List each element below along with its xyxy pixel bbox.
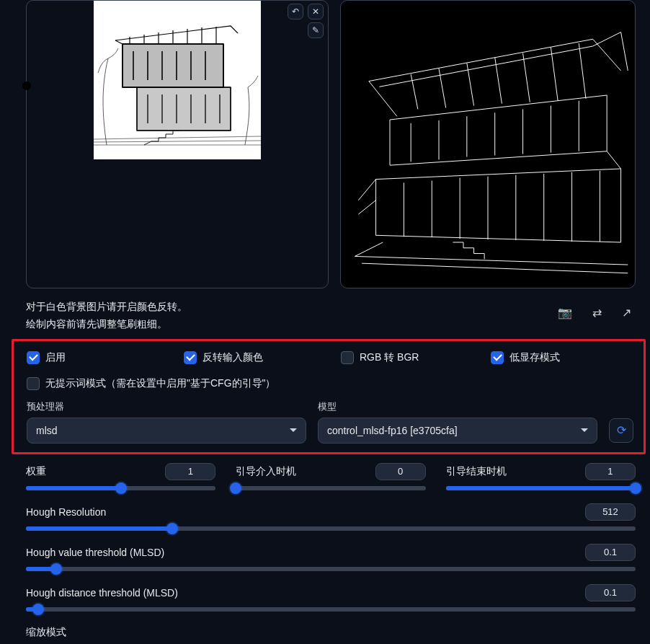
- no-prompt-label: 无提示词模式（需在设置中启用"基于CFG的引导"）: [45, 377, 276, 390]
- scale-mode-label: 缩放模式: [0, 625, 650, 639]
- camera-icon[interactable]: 📷: [558, 306, 572, 319]
- svg-rect-4: [137, 87, 231, 131]
- svg-line-46: [390, 151, 607, 165]
- preprocessed-image-panel[interactable]: [340, 0, 636, 288]
- svg-line-35: [379, 46, 592, 87]
- model-label: 模型: [318, 400, 597, 413]
- checkbox-invert[interactable]: 反转输入颜色: [184, 351, 321, 364]
- svg-line-34: [369, 39, 593, 81]
- slider-thumb[interactable]: [630, 482, 641, 494]
- svg-line-71: [593, 32, 621, 46]
- preprocessor-label: 预处理器: [27, 400, 306, 413]
- guide-end-slider: 引导结束时机 1: [446, 463, 636, 490]
- hough-dist-track[interactable]: [26, 607, 636, 612]
- caption-line-1: 对于白色背景图片请开启颜色反转。: [26, 299, 187, 316]
- model-field: 模型 control_mlsd-fp16 [e3705cfa]: [318, 400, 597, 444]
- slider-thumb[interactable]: [115, 482, 127, 494]
- guide-end-value[interactable]: 1: [585, 463, 636, 480]
- guide-end-track[interactable]: [446, 486, 636, 490]
- refresh-icon: ⟳: [617, 423, 626, 437]
- slider-thumb[interactable]: [230, 482, 241, 494]
- checkbox-low-vram[interactable]: 低显存模式: [491, 351, 592, 364]
- svg-line-44: [579, 43, 586, 99]
- preprocessor-select[interactable]: mlsd: [27, 418, 306, 444]
- enable-label: 启用: [45, 351, 66, 364]
- slider-thumb[interactable]: [50, 563, 62, 575]
- hough-dist-label: Hough distance threshold (MLSD): [26, 587, 178, 599]
- guide-start-label: 引导介入时机: [236, 465, 296, 478]
- checkbox-enable[interactable]: 启用: [27, 351, 164, 364]
- svg-line-70: [355, 242, 383, 256]
- invert-check-icon[interactable]: [184, 351, 197, 364]
- refresh-model-button[interactable]: ⟳: [609, 418, 633, 443]
- caption-tools: 📷 ⇄ ↗: [558, 299, 636, 319]
- low-vram-label: 低显存模式: [509, 351, 560, 364]
- checkbox-rgb-bgr[interactable]: RGB 转 BGR: [341, 351, 471, 364]
- hough-res-label: Hough Resolution: [26, 506, 106, 518]
- rgb-bgr-label: RGB 转 BGR: [360, 351, 419, 364]
- checkbox-no-prompt[interactable]: 无提示词模式（需在设置中启用"基于CFG的引导"）: [27, 377, 276, 390]
- hough-val-slider: Hough value threshold (MLSD) 0.1: [26, 544, 636, 571]
- guide-start-track[interactable]: [236, 486, 425, 490]
- selector-row: 预处理器 mlsd 模型 control_mlsd-fp16 [e3705cfa…: [27, 400, 633, 444]
- settings-highlight-box: 启用 反转输入颜色 RGB 转 BGR 低显存模式 无提示词模式（需在设置中启用…: [12, 339, 646, 454]
- caption-line-2: 绘制内容前请先调整笔刷粗细。: [26, 316, 187, 333]
- input-image[interactable]: [94, 1, 261, 159]
- guide-start-slider: 引导介入时机 0: [236, 463, 425, 490]
- slider-thumb[interactable]: [166, 523, 178, 534]
- invert-label: 反转输入颜色: [202, 351, 263, 364]
- panel-icon-row: ↶ ✕: [288, 4, 324, 19]
- rgb-bgr-check-icon[interactable]: [341, 351, 354, 364]
- lineart-output: [341, 1, 635, 288]
- weight-value[interactable]: 1: [165, 463, 215, 480]
- weight-track[interactable]: [26, 486, 215, 490]
- svg-line-74: [358, 200, 375, 214]
- input-image-panel[interactable]: ↶ ✕ ✎: [26, 0, 329, 288]
- swap-icon[interactable]: ⇄: [592, 306, 602, 319]
- hough-val-value[interactable]: 0.1: [585, 544, 636, 561]
- svg-line-75: [607, 151, 620, 169]
- edge-handle-dot[interactable]: [22, 81, 31, 90]
- hough-val-label: Hough value threshold (MLSD): [26, 547, 164, 558]
- controlnet-panel: ↶ ✕ ✎: [0, 0, 650, 639]
- caption-text: 对于白色背景图片请开启颜色反转。 绘制内容前请先调整笔刷粗细。: [26, 299, 187, 333]
- guide-start-value[interactable]: 0: [375, 463, 426, 480]
- hough-dist-slider: Hough distance threshold (MLSD) 0.1: [26, 584, 636, 612]
- hough-res-slider: Hough Resolution 512: [26, 503, 636, 531]
- preprocessor-value: mlsd: [36, 425, 58, 436]
- pencil-icon[interactable]: ✎: [308, 22, 324, 38]
- checkbox-row-2: 无提示词模式（需在设置中启用"基于CFG的引导"）: [27, 377, 633, 390]
- svg-line-68: [355, 256, 628, 265]
- close-icon[interactable]: ✕: [308, 4, 324, 19]
- svg-line-69: [362, 263, 628, 273]
- chevron-down-icon: [290, 428, 297, 432]
- slider-thumb[interactable]: [32, 604, 44, 615]
- slider-row-triple: 权重 1 引导介入时机 0 引导: [26, 463, 636, 490]
- sliders-area: 权重 1 引导介入时机 0 引导: [0, 459, 650, 612]
- svg-line-45: [390, 95, 607, 120]
- arrow-out-icon[interactable]: ↗: [622, 306, 631, 319]
- svg-line-72: [621, 32, 628, 71]
- model-value: control_mlsd-fp16 [e3705cfa]: [327, 425, 458, 436]
- enable-check-icon[interactable]: [27, 351, 40, 364]
- hough-dist-value[interactable]: 0.1: [585, 584, 636, 601]
- hough-res-track[interactable]: [26, 526, 636, 531]
- svg-line-56: [376, 169, 621, 180]
- hough-res-value[interactable]: 512: [585, 503, 636, 521]
- weight-label: 权重: [26, 465, 46, 478]
- no-prompt-check-icon[interactable]: [27, 377, 40, 390]
- svg-line-42: [523, 53, 530, 102]
- checkbox-row-1: 启用 反转输入颜色 RGB 转 BGR 低显存模式: [27, 351, 633, 364]
- weight-slider: 权重 1: [26, 463, 215, 490]
- model-select[interactable]: control_mlsd-fp16 [e3705cfa]: [318, 418, 597, 444]
- hough-val-track[interactable]: [26, 567, 636, 571]
- guide-end-label: 引导结束时机: [446, 465, 507, 478]
- svg-rect-15: [123, 44, 223, 87]
- chevron-down-icon: [581, 428, 588, 432]
- undo-icon[interactable]: ↶: [288, 4, 303, 19]
- svg-line-43: [551, 48, 558, 101]
- preprocessor-field: 预处理器 mlsd: [27, 400, 306, 444]
- low-vram-check-icon[interactable]: [491, 351, 504, 364]
- image-row: ↶ ✕ ✎: [0, 0, 650, 294]
- svg-line-57: [376, 235, 621, 242]
